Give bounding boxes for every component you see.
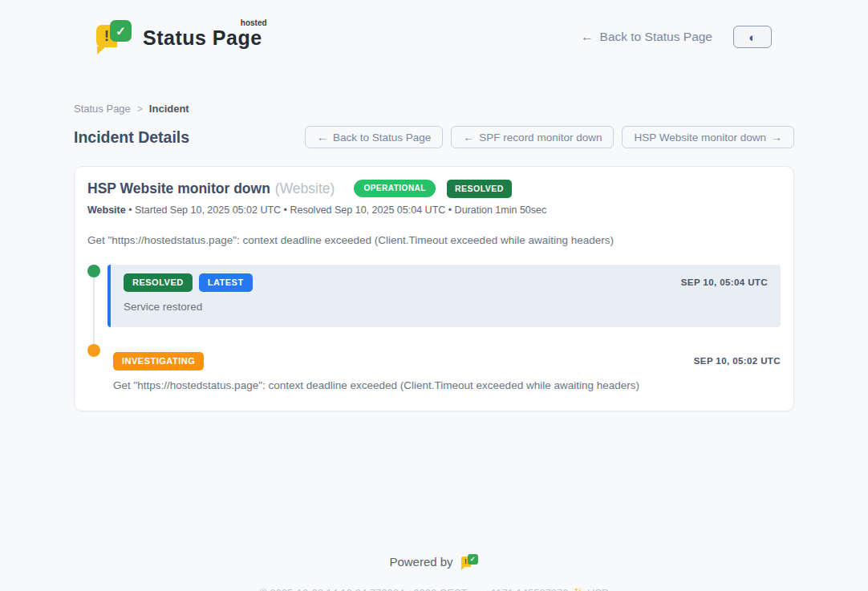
timeline-dot-investigating <box>87 344 100 357</box>
next-incident-button[interactable]: HSP Website monitor down→ <box>622 126 794 148</box>
timeline-entry-badges: INVESTIGATING <box>113 352 204 370</box>
incident-meta-details: • Started Sep 10, 2025 05:02 UTC • Resol… <box>128 204 546 216</box>
page-heading-row: Incident Details ← Back to Status Page ←… <box>74 126 794 148</box>
check-icon: ✓ <box>110 20 132 42</box>
arrow-left-icon: ← <box>581 30 594 44</box>
latest-badge: LATEST <box>199 273 253 292</box>
incident-component: (Website) <box>275 180 335 197</box>
header-back-to-status-page-link[interactable]: ← Back to Status Page <box>581 30 712 44</box>
timeline-entry-badges: RESOLVED LATEST <box>124 273 253 292</box>
timeline-entry-date: SEP 10, 05:04 UTC <box>681 277 768 287</box>
page-title: Incident Details <box>74 128 189 147</box>
timeline-entry-message: Service restored <box>124 301 768 313</box>
resolved-badge: RESOLVED <box>124 273 193 292</box>
operational-status-badge: OPERATIONAL <box>354 180 436 197</box>
powered-by-row: Powered by ! ✓ <box>74 554 794 570</box>
breadcrumb-incident: Incident <box>149 103 189 115</box>
brand-name-text: Status Page <box>143 26 262 49</box>
powered-by-label: Powered by <box>389 555 452 569</box>
arrow-left-icon: ← <box>317 131 328 144</box>
investigating-badge: INVESTIGATING <box>113 352 204 370</box>
site-header: ! ✓ Status Page hosted ← Back to Status … <box>0 0 868 61</box>
page-footer: Powered by ! ✓ © 2025-10-08 14:10:34.772… <box>74 554 794 591</box>
header-back-link-label: Back to Status Page <box>600 30 712 44</box>
status-page-mini-logo-icon[interactable]: ! ✓ <box>461 554 479 570</box>
arrow-left-icon: ← <box>463 131 474 144</box>
timeline-dot-resolved <box>87 265 100 277</box>
main-content: Status Page > Incident Incident Details … <box>74 103 794 591</box>
back-to-status-page-button[interactable]: ← Back to Status Page <box>305 126 443 148</box>
arrow-right-icon: → <box>771 131 782 144</box>
brand-name: Status Page hosted <box>143 20 262 50</box>
timeline-entry-header: INVESTIGATING SEP 10, 05:02 UTC <box>113 352 781 370</box>
back-button-label: Back to Status Page <box>333 132 431 144</box>
check-icon: ✓ <box>468 554 478 565</box>
brand-logo[interactable]: ! ✓ Status Page hosted <box>96 20 262 54</box>
incident-description: Get "https://hostedstatus.page": context… <box>87 234 781 246</box>
copyright-text: © 2025-10-08 14:10:34.772084 +0200 CEST … <box>74 587 794 591</box>
contrast-icon: ◐ <box>748 31 756 43</box>
resolved-status-badge: RESOLVED <box>447 180 512 198</box>
timeline-entry-date: SEP 10, 05:02 UTC <box>694 356 781 366</box>
incident-timeline: RESOLVED LATEST SEP 10, 05:04 UTC Servic… <box>87 265 781 391</box>
prev-incident-label: SPF record monitor down <box>479 132 602 144</box>
theme-toggle-button[interactable]: ◐ <box>733 26 772 48</box>
breadcrumb: Status Page > Incident <box>74 103 794 115</box>
timeline-entry-header: RESOLVED LATEST SEP 10, 05:04 UTC <box>124 273 768 292</box>
incident-nav-buttons: ← Back to Status Page ←SPF record monito… <box>305 126 794 148</box>
incident-title-row: HSP Website monitor down (Website) OPERA… <box>87 180 781 198</box>
brand-hosted-label: hosted <box>241 18 267 27</box>
timeline-entry-resolved: RESOLVED LATEST SEP 10, 05:04 UTC Servic… <box>107 265 781 327</box>
timeline-connector-line <box>93 273 95 352</box>
timeline-entry-investigating: INVESTIGATING SEP 10, 05:02 UTC Get "htt… <box>113 352 781 391</box>
incident-meta: Website • Started Sep 10, 2025 05:02 UTC… <box>87 204 781 216</box>
incident-service-name: Website <box>87 204 126 216</box>
breadcrumb-status-page[interactable]: Status Page <box>74 103 131 115</box>
incident-card: HSP Website monitor down (Website) OPERA… <box>74 166 794 411</box>
breadcrumb-separator-icon: > <box>137 103 143 115</box>
prev-incident-button[interactable]: ←SPF record monitor down <box>451 126 614 148</box>
header-actions: ← Back to Status Page ◐ <box>581 26 772 48</box>
incident-title: HSP Website monitor down <box>87 180 270 197</box>
next-incident-label: HSP Website monitor down <box>634 132 766 144</box>
timeline-entry-message: Get "https://hostedstatus.page": context… <box>113 379 781 391</box>
status-page-logo-icon: ! ✓ <box>96 20 133 54</box>
